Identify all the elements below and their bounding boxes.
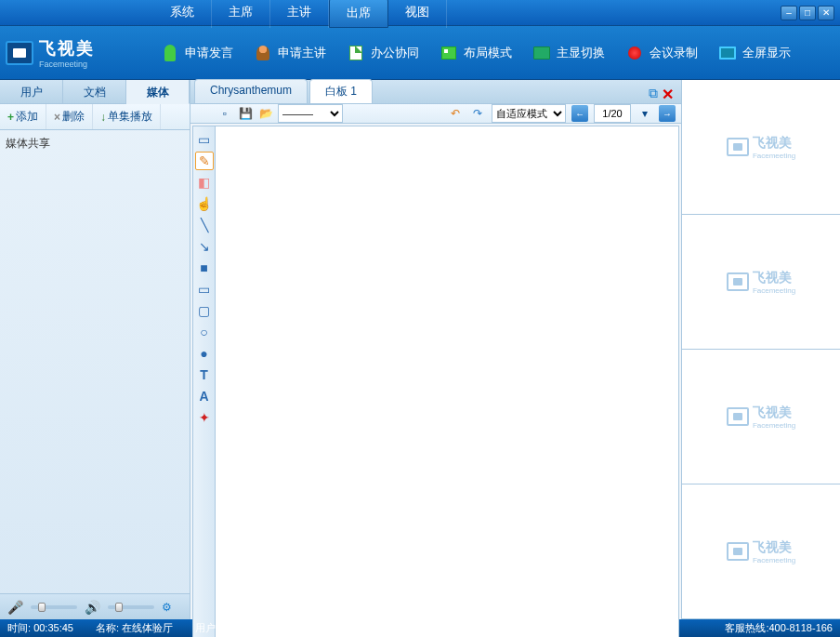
- menu-item-4[interactable]: 视图: [388, 0, 447, 28]
- undo-icon[interactable]: ↶: [447, 105, 464, 122]
- tile-logo-icon: [727, 407, 749, 426]
- video-panel: 飞视美Facemeeting飞视美Facemeeting飞视美Facemeeti…: [682, 80, 840, 619]
- mic-volume-slider[interactable]: [31, 605, 77, 609]
- status-room: 名称: 在线体验厅: [96, 621, 173, 635]
- full-icon: [716, 42, 739, 64]
- line-tool[interactable]: ╲: [195, 216, 214, 234]
- ellipse-tool[interactable]: ○: [195, 323, 214, 341]
- ellipse-fill-tool[interactable]: ●: [195, 344, 214, 363]
- text-tool-2[interactable]: A: [195, 387, 214, 405]
- window-controls: – □ ✕: [781, 6, 840, 20]
- open-icon[interactable]: 📂: [257, 105, 274, 122]
- text-tool[interactable]: T: [195, 365, 214, 384]
- titlebar: 系统主席主讲出席视图 – □ ✕: [0, 0, 840, 26]
- main-menu: 系统主席主讲出席视图: [153, 0, 447, 28]
- sidebar-tab-2[interactable]: 媒体: [126, 80, 190, 104]
- sidebar-content: 媒体共享: [0, 130, 190, 593]
- tile-logo-icon: [727, 542, 749, 561]
- prev-page-button[interactable]: ←: [571, 105, 588, 122]
- app-logo: 飞视美 Facemeeting: [6, 37, 150, 69]
- toolbar-rec-button[interactable]: 会议录制: [614, 38, 707, 68]
- maximize-button[interactable]: □: [799, 6, 816, 20]
- minimize-button[interactable]: –: [781, 6, 797, 20]
- menu-item-2[interactable]: 主讲: [270, 0, 329, 28]
- toolbar-full-button[interactable]: 全屏显示: [707, 38, 800, 68]
- fit-mode-select[interactable]: 自适应模式: [492, 104, 566, 123]
- speaker-volume-slider[interactable]: [108, 605, 154, 609]
- main-toolbar: 飞视美 Facemeeting 申请发言申请主讲办公协同布局模式主显切换会议录制…: [0, 26, 840, 80]
- close-tab-icon[interactable]: ✕: [662, 86, 674, 103]
- sidebar-action-0[interactable]: +添加: [0, 104, 46, 129]
- menu-item-0[interactable]: 系统: [153, 0, 212, 28]
- video-tile-0[interactable]: 飞视美Facemeeting: [682, 80, 840, 215]
- whiteboard-canvas[interactable]: [216, 126, 678, 637]
- popout-icon[interactable]: ⧉: [649, 86, 658, 103]
- tile-logo-icon: [727, 138, 749, 156]
- layout-icon: [438, 42, 460, 64]
- save-icon[interactable]: 💾: [237, 105, 254, 122]
- sidebar-tabs: 用户文档媒体: [0, 80, 190, 104]
- page-input[interactable]: [594, 104, 631, 123]
- new-icon[interactable]: ▫: [217, 105, 233, 122]
- next-page-button[interactable]: →: [659, 105, 676, 122]
- doc-tab-0[interactable]: Chrysanthemum: [194, 79, 308, 103]
- eraser-tool[interactable]: ◧: [195, 173, 214, 192]
- whiteboard-toolbar: ▫ 💾 📂 ——— ↶ ↷ 自适应模式 ← ▾ →: [190, 104, 681, 124]
- rect-tool[interactable]: ▭: [195, 280, 214, 299]
- settings-icon[interactable]: ⚙: [162, 601, 172, 614]
- toolbar-layout-button[interactable]: 布局模式: [428, 38, 521, 68]
- media-share-header: 媒体共享: [6, 137, 50, 150]
- logo-text-en: Facemeeting: [39, 60, 95, 69]
- pencil-tool[interactable]: ✎: [195, 152, 214, 170]
- toolbar-mic-button[interactable]: 申请发言: [150, 38, 243, 68]
- tile-logo-icon: [727, 272, 749, 291]
- logo-icon: [6, 41, 33, 65]
- laser-tool[interactable]: ✦: [195, 408, 214, 427]
- close-button[interactable]: ✕: [818, 6, 834, 20]
- select-tool[interactable]: ▭: [195, 130, 214, 149]
- sidebar-footer: 🎤 🔊 ⚙: [0, 593, 190, 619]
- status-hotline: 客服热线:400-8118-166: [725, 621, 833, 635]
- whiteboard-tools: ▭✎◧☝╲↘■▭▢○●TA✦: [193, 126, 216, 637]
- redo-icon[interactable]: ↷: [469, 105, 486, 122]
- document-tabs: Chrysanthemum白板 1 ⧉ ✕: [190, 80, 681, 104]
- sidebar: 用户文档媒体 +添加×删除↓单集播放 媒体共享 🎤 🔊 ⚙: [0, 80, 190, 619]
- line-style-select[interactable]: ———: [278, 104, 343, 123]
- toolbar-doc-button[interactable]: 办公协同: [335, 38, 428, 68]
- sidebar-tab-1[interactable]: 文档: [63, 80, 126, 103]
- screen-icon: [531, 42, 553, 64]
- toolbar-user-button[interactable]: 申请主讲: [243, 38, 335, 68]
- rect-fill-tool[interactable]: ■: [195, 259, 214, 277]
- menu-item-3[interactable]: 出席: [329, 0, 388, 28]
- toolbar-screen-button[interactable]: 主显切换: [521, 38, 614, 68]
- arrow-tool[interactable]: ↘: [195, 237, 214, 256]
- video-tile-2[interactable]: 飞视美Facemeeting: [682, 350, 840, 484]
- doc-icon: [345, 42, 367, 64]
- sidebar-actions: +添加×删除↓单集播放: [0, 104, 190, 130]
- sidebar-tab-0[interactable]: 用户: [0, 80, 63, 103]
- doc-tab-1[interactable]: 白板 1: [309, 79, 373, 103]
- video-tile-1[interactable]: 飞视美Facemeeting: [682, 215, 840, 350]
- center-panel: Chrysanthemum白板 1 ⧉ ✕ ▫ 💾 📂 ——— ↶ ↷ 自适应模…: [190, 80, 682, 619]
- speaker-icon[interactable]: 🔊: [85, 600, 100, 615]
- sidebar-action-2[interactable]: ↓单集播放: [93, 104, 161, 129]
- whiteboard-area: ▭✎◧☝╲↘■▭▢○●TA✦: [192, 126, 679, 637]
- status-time: 时间: 00:35:45: [7, 621, 73, 635]
- sidebar-action-1[interactable]: ×删除: [46, 104, 93, 129]
- mic-icon: [159, 42, 181, 64]
- rrect-tool[interactable]: ▢: [195, 301, 214, 320]
- menu-item-1[interactable]: 主席: [212, 0, 270, 28]
- logo-text-cn: 飞视美: [39, 37, 95, 60]
- video-tile-3[interactable]: 飞视美Facemeeting: [682, 484, 840, 619]
- hand-tool[interactable]: ☝: [195, 194, 214, 213]
- mic-icon[interactable]: 🎤: [7, 600, 23, 615]
- page-dropdown-icon[interactable]: ▾: [637, 105, 653, 122]
- user-icon: [252, 42, 274, 64]
- rec-icon: [623, 42, 646, 64]
